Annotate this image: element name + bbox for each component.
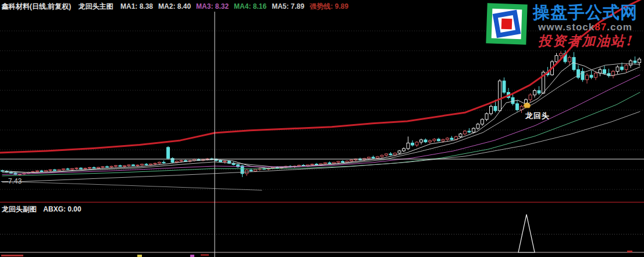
candle-body — [167, 147, 170, 159]
main-chart-header: 鑫科材料(日线,前复权) 龙回头主图 MA1: 8.38MA2: 8.40MA3… — [2, 2, 359, 11]
candle-body — [110, 166, 113, 167]
candle-body — [472, 128, 475, 132]
candle-body — [433, 139, 436, 140]
ma-readout: 强势线: 9.89 — [309, 2, 348, 10]
candle-body — [92, 167, 95, 168]
ma-readouts: MA1: 8.38MA2: 8.40MA3: 8.32MA4: 8.16MA5:… — [120, 2, 354, 10]
candle-body — [66, 169, 69, 170]
candle-body — [380, 155, 383, 156]
candle-body — [485, 114, 488, 119]
candle-body — [346, 161, 348, 162]
candle-body — [516, 104, 519, 110]
candle-body — [328, 163, 331, 163]
candle-body — [450, 138, 453, 139]
logo-url-suffix: .com — [607, 22, 632, 33]
candle-body — [176, 161, 179, 163]
candle-body — [162, 162, 165, 163]
indicator-title: 龙回头主图 — [79, 2, 113, 10]
candle-body — [333, 163, 336, 164]
candle-body — [538, 90, 540, 93]
signal-spike — [518, 214, 535, 252]
gold-ingot-icon — [522, 100, 532, 108]
sub-chart-header: 龙回头副图 ABXG: 0.00 — [2, 205, 86, 214]
candle-body — [36, 171, 39, 171]
candle-body — [476, 124, 479, 128]
logo-url-prefix: www.stock — [538, 22, 595, 33]
logo-brand-text: 操盘手公式网 — [529, 4, 642, 21]
candle-body — [481, 119, 484, 124]
candle-body — [106, 167, 109, 167]
logo-slogan-text: 投资者加油站! — [529, 34, 642, 47]
candle-body — [45, 171, 48, 172]
bottom-fragment — [201, 254, 209, 256]
candle-body — [311, 164, 314, 165]
bottom-fragment — [1, 255, 23, 256]
ma-line-MA6 — [2, 181, 262, 190]
candle-body — [568, 57, 571, 62]
candle-body — [154, 163, 156, 164]
candle-body — [84, 168, 87, 169]
candle-body — [97, 167, 100, 168]
candle-body — [123, 166, 126, 166]
sub-chart-value: ABXG: 0.00 — [43, 205, 81, 213]
candle-body — [250, 170, 252, 171]
candle-body — [577, 69, 580, 77]
candle-body — [368, 157, 371, 159]
candle-body — [88, 167, 91, 168]
candle-body — [398, 151, 401, 153]
candle-body — [603, 69, 606, 73]
candle-body — [62, 169, 65, 170]
candle-body — [586, 75, 589, 80]
candle-body — [511, 97, 514, 104]
candle-body — [141, 164, 144, 166]
candle-body — [634, 61, 636, 62]
logo-texts: 操盘手公式网 www.stock87.com 投资者加油站! — [529, 2, 642, 52]
bottom-fragment — [137, 255, 142, 257]
candle-body — [459, 134, 462, 137]
candle-body — [127, 165, 130, 166]
candle-body — [560, 54, 563, 56]
candle-body — [616, 67, 619, 72]
candle-body — [350, 160, 353, 161]
candle-body — [442, 139, 444, 140]
candle-body — [415, 142, 418, 145]
candle-body — [80, 168, 83, 169]
candle-body — [403, 149, 405, 151]
candle-body — [572, 57, 575, 69]
candle-body — [376, 157, 379, 158]
candle-body — [394, 153, 397, 155]
candle-body — [503, 81, 506, 93]
logo-url-text: www.stock87.com — [529, 22, 642, 32]
ma-readout: MA3: 8.32 — [196, 2, 229, 10]
candle-body — [372, 157, 375, 159]
candle-body — [180, 160, 183, 161]
candle-body — [555, 55, 558, 62]
candle-body — [494, 106, 497, 111]
candle-body — [595, 73, 597, 77]
ma-readout: MA2: 8.40 — [158, 2, 191, 10]
ma-readout: MA1: 8.38 — [120, 2, 153, 10]
candle-body — [254, 170, 257, 171]
candle-body — [411, 143, 414, 145]
candle-body — [54, 170, 56, 171]
candle-body — [101, 167, 104, 167]
candle-body — [529, 95, 532, 100]
candle-body — [150, 164, 152, 165]
candle-body — [145, 164, 148, 165]
candle-body — [490, 106, 493, 114]
bottom-fragment — [190, 255, 194, 257]
sub-tick — [627, 251, 632, 252]
candle-body — [158, 162, 161, 163]
candle-body — [424, 140, 427, 142]
candle-body — [324, 163, 327, 164]
candle-body — [58, 170, 61, 171]
dragon-comeback-annotation: 龙回头 — [525, 111, 550, 121]
candle-body — [302, 166, 305, 166]
candle-body — [219, 160, 222, 161]
candle-body — [223, 161, 226, 162]
candle-body — [385, 154, 388, 155]
candle-body — [193, 160, 196, 161]
candle-body — [136, 165, 139, 166]
candle-body — [420, 140, 423, 142]
candle-body — [621, 67, 624, 70]
